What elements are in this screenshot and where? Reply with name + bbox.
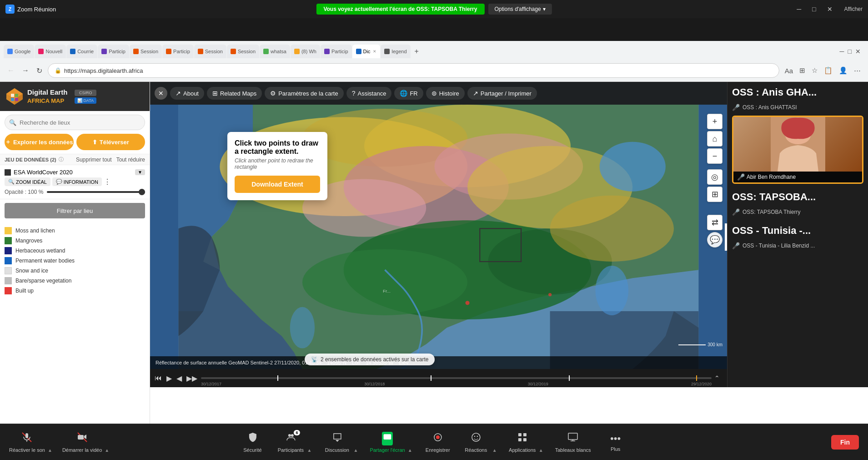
timeline-next[interactable]: ▶▶ xyxy=(186,373,198,384)
zoom-in-button[interactable]: + xyxy=(707,114,722,129)
legend-color-snow xyxy=(5,267,12,274)
chat-button-container: 💬 xyxy=(707,232,722,248)
map-close-button[interactable]: ✕ xyxy=(155,87,167,100)
apps-button[interactable]: Applications xyxy=(509,432,536,453)
map-about-button[interactable]: ↗ About xyxy=(170,87,204,100)
information-button[interactable]: 💬 INFORMATION xyxy=(52,177,102,186)
timeline-skip-start[interactable]: ⏮ xyxy=(154,373,163,383)
apps-arrow[interactable]: ▲ xyxy=(537,448,544,453)
whiteboard-button[interactable]: Tableaux blancs xyxy=(555,432,591,453)
share-icon: ↗ xyxy=(473,90,478,97)
minimize-button[interactable]: ─ xyxy=(794,5,804,14)
filter-by-location-button[interactable]: Filtrer par lieu xyxy=(5,203,145,218)
tab-particip3[interactable]: Particip xyxy=(321,45,352,58)
map-assistance-button[interactable]: ? Assistance xyxy=(346,87,392,100)
more-button[interactable]: ••• Plus xyxy=(602,433,629,452)
map-navbar: ✕ ↗ About ⊞ Related Maps ⚙ Paramètres de… xyxy=(150,82,727,105)
download-extent-button[interactable]: Download Extent xyxy=(235,176,320,193)
tab-google[interactable]: Google xyxy=(4,45,34,58)
dropdown-toggle[interactable]: ▼ xyxy=(135,169,145,175)
share-screen-arrow[interactable]: ▲ xyxy=(406,448,413,453)
browser-close[interactable]: ✕ xyxy=(855,48,861,55)
collections-button[interactable]: 📋 xyxy=(822,65,834,76)
map-related-maps-button[interactable]: ⊞ Related Maps xyxy=(207,87,262,100)
tab-nouvell[interactable]: Nouvell xyxy=(35,45,66,58)
url-bar[interactable]: 🔒 https://maps.digitalearth.africa xyxy=(48,63,779,78)
profile-button[interactable]: 👤 xyxy=(837,65,849,76)
new-tab-button[interactable]: + xyxy=(411,45,422,57)
collapse-all-button[interactable]: Tout réduire xyxy=(116,157,145,163)
svg-point-26 xyxy=(548,293,552,296)
zoom-display-options[interactable]: Options d'affichage ▾ xyxy=(488,4,552,15)
share-screen-button[interactable]: Partager l'écran xyxy=(370,432,405,453)
zoom-sharing-badge: Vous voyez actuellement l'écran de OSS: … xyxy=(316,4,484,15)
map-settings-button[interactable]: ⚙ Paramètres de la carte xyxy=(265,87,344,100)
reader-mode-button[interactable]: Aa xyxy=(783,65,795,76)
video-button[interactable]: Démarrer la vidéo xyxy=(62,432,102,453)
forward-button[interactable]: → xyxy=(20,65,31,76)
reactions-button[interactable]: Réactions xyxy=(462,432,490,453)
back-button[interactable]: ← xyxy=(5,65,16,76)
opacity-slider[interactable] xyxy=(47,191,145,193)
map-share-button[interactable]: ↗ Partager / Imprimer xyxy=(467,87,537,100)
tab-close-dic[interactable]: ✕ xyxy=(373,49,376,54)
favorites-button[interactable]: ☆ xyxy=(810,65,819,76)
tab-dic[interactable]: Dic ✕ xyxy=(352,45,381,58)
televerser-button[interactable]: ⬆ Téléverser xyxy=(76,134,146,150)
close-button[interactable]: ✕ xyxy=(824,5,835,14)
timeline-prev[interactable]: ◀ xyxy=(176,373,183,384)
fin-button[interactable]: Fin xyxy=(831,435,859,450)
browser-maximize[interactable]: □ xyxy=(848,48,852,55)
legend-area: Moss and lichen Mangroves Herbaceous wet… xyxy=(0,222,150,299)
tab-legend[interactable]: legend xyxy=(381,45,410,58)
reactions-arrow[interactable]: ▲ xyxy=(491,448,498,453)
timeline-play[interactable]: ▶ xyxy=(166,373,173,384)
tab-session2[interactable]: Session xyxy=(194,45,226,58)
mute-arrow[interactable]: ▲ xyxy=(46,448,53,453)
timeline-expand-button[interactable]: ⌃ xyxy=(714,374,723,382)
explorer-button[interactable]: ＋ Explorer les données xyxy=(5,134,74,150)
delete-all-button[interactable]: Supprimer tout xyxy=(76,157,112,163)
discussion-button[interactable]: Discussion xyxy=(323,432,351,453)
home-button[interactable]: ⌂ xyxy=(707,131,722,147)
chevron-up-icon: ▲ xyxy=(48,448,52,453)
tab-particip2[interactable]: Particip xyxy=(162,45,194,58)
zoom-ideal-button[interactable]: 🔍 ZOOM IDÉAL xyxy=(5,177,50,186)
search-input[interactable] xyxy=(5,115,145,130)
browser-minimize[interactable]: ─ xyxy=(840,48,844,55)
participants-arrow[interactable]: ▲ xyxy=(305,448,312,453)
expand-button[interactable]: ⇄ xyxy=(707,215,722,230)
extensions-button[interactable]: ⊞ xyxy=(798,65,807,76)
timeline-track[interactable]: 30/12/2017 30/12/2018 30/12/2019 29/12/2… xyxy=(201,377,712,379)
map-history-button[interactable]: ⊚ Histoire xyxy=(426,87,465,100)
tab-wh8[interactable]: (8) Wh xyxy=(291,45,320,58)
video-arrow[interactable]: ▲ xyxy=(103,448,110,453)
map-lang-button[interactable]: 🌐 FR xyxy=(394,87,423,100)
map-canvas[interactable]: Fr... Click two points to draw a rectang… xyxy=(150,105,727,369)
discussion-arrow[interactable]: ▲ xyxy=(351,448,359,453)
legend-item-bare: Bare/sparse vegetation xyxy=(5,276,145,286)
layers-button[interactable]: ⊞ xyxy=(707,187,722,202)
more-options-button[interactable]: ⋮ xyxy=(104,177,111,186)
tab-whatsapp[interactable]: whatsa xyxy=(260,45,290,58)
svg-rect-49 xyxy=(523,438,527,441)
chevron-up-icon-reactions: ▲ xyxy=(492,448,497,453)
tab-particip1[interactable]: Particip xyxy=(98,45,129,58)
location-button[interactable]: ◎ xyxy=(707,169,722,185)
location-icon: ◎ xyxy=(711,172,718,182)
tab-courrie[interactable]: Courrie xyxy=(66,45,97,58)
svg-point-22 xyxy=(600,142,666,192)
tab-session3[interactable]: Session xyxy=(227,45,259,58)
zoom-out-button[interactable]: − xyxy=(707,148,722,164)
dataset-item-name: ESA WorldCover 2020 xyxy=(5,169,73,176)
maximize-button[interactable]: □ xyxy=(809,5,818,14)
mute-button[interactable]: Réactiver le son xyxy=(9,432,45,453)
tab-favicon-nouvell xyxy=(38,49,44,54)
security-button[interactable]: Sécurité xyxy=(239,432,266,453)
browser-menu-button[interactable]: ⋯ xyxy=(852,65,863,76)
participants-button[interactable]: 6 Participants xyxy=(277,432,304,453)
tab-session1[interactable]: Session xyxy=(130,45,162,58)
reload-button[interactable]: ↻ xyxy=(35,65,44,77)
chat-button[interactable]: 💬 xyxy=(707,232,722,248)
record-button[interactable]: Enregistrer xyxy=(424,432,452,453)
